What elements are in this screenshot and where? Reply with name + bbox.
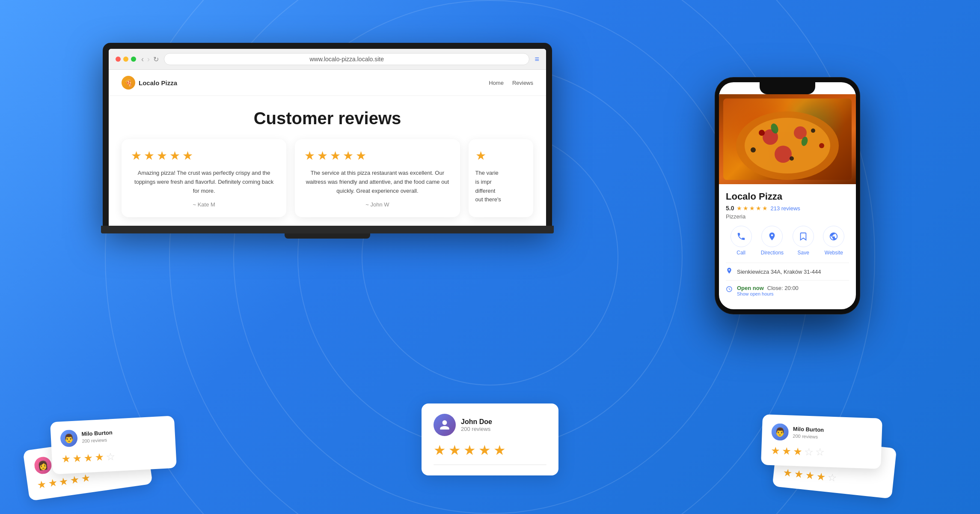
js-5: ★ bbox=[80, 472, 92, 485]
phone-action-directions[interactable]: Directions bbox=[761, 226, 784, 256]
rs1-4: ★ bbox=[816, 470, 826, 483]
pizza-svg bbox=[719, 94, 856, 184]
star-2-4: ★ bbox=[343, 149, 353, 163]
milo-stars: ★ ★ ★ ★ ☆ bbox=[61, 448, 167, 466]
phone-business-name: Localo Pizza bbox=[726, 191, 849, 202]
phone-category: Pizzeria bbox=[726, 213, 849, 220]
review-text-2: The service at this pizza restaurant was… bbox=[304, 169, 450, 195]
ms-2: ★ bbox=[72, 452, 82, 465]
rs2-5-empty: ☆ bbox=[815, 446, 825, 459]
rs1-1: ★ bbox=[783, 467, 793, 480]
center-card-divider bbox=[434, 464, 546, 465]
review-text-1: Amazing pizza! The crust was perfectly c… bbox=[131, 169, 277, 195]
browser-bar: ‹ › ↻ www.localo-pizza.localo.site ≡ bbox=[109, 49, 546, 70]
john-stars: ★ ★ ★ ★ ★ bbox=[434, 442, 546, 458]
close-time: Close: 20:00 bbox=[767, 285, 799, 291]
forward-icon[interactable]: › bbox=[147, 55, 150, 64]
js-3: ★ bbox=[58, 475, 69, 488]
back-icon[interactable]: ‹ bbox=[141, 55, 144, 64]
center-user-info: John Doe 200 reviews bbox=[461, 418, 492, 432]
p-star-1: ★ bbox=[736, 205, 742, 212]
phone-actions: Call Directions Save bbox=[726, 226, 849, 256]
hamburger-icon[interactable]: ≡ bbox=[535, 55, 539, 63]
phone-review-count[interactable]: 213 reviews bbox=[770, 205, 800, 212]
star-1-1: ★ bbox=[131, 149, 142, 163]
scene: ‹ › ↻ www.localo-pizza.localo.site ≡ 🍕 bbox=[0, 0, 980, 514]
john-avatar-icon bbox=[438, 418, 451, 432]
phone-action-save[interactable]: Save bbox=[793, 226, 814, 256]
phone-address: Sienkiewicza 34A, Kraków 31-444 bbox=[737, 269, 821, 275]
page-title: Customer reviews bbox=[122, 109, 533, 128]
svg-point-11 bbox=[819, 143, 824, 148]
star-1-2: ★ bbox=[144, 149, 154, 163]
call-label: Call bbox=[736, 250, 745, 256]
refresh-icon[interactable]: ↻ bbox=[153, 55, 159, 63]
save-label: Save bbox=[798, 250, 809, 256]
review-author-1: ~ Kate M bbox=[131, 201, 277, 208]
ms-1: ★ bbox=[61, 453, 71, 465]
milo-row: 👨 Milo Burton 200 reviews bbox=[60, 425, 166, 448]
browser-address-bar[interactable]: www.localo-pizza.localo.site bbox=[164, 53, 529, 65]
pizza-icon: 🍕 bbox=[124, 79, 133, 87]
dot-close[interactable] bbox=[116, 57, 121, 62]
p-star-3: ★ bbox=[749, 205, 755, 212]
laptop-frame: ‹ › ↻ www.localo-pizza.localo.site ≡ 🍕 bbox=[103, 43, 552, 226]
star-1-3: ★ bbox=[157, 149, 167, 163]
logo-icon: 🍕 bbox=[122, 76, 135, 90]
star-1-5: ★ bbox=[182, 149, 193, 163]
rs1-5-empty: ☆ bbox=[827, 471, 837, 484]
laptop-stand bbox=[285, 233, 370, 239]
right-card-front: 👨 Milo Burton 200 reviews ★ ★ ★ ☆ ☆ bbox=[761, 414, 882, 469]
right-bottom-cards: 👩 Julia Novicky 200 reviews ★ ★ ★ ★ ☆ 👨 bbox=[757, 364, 894, 493]
avatar-milo: 👨 bbox=[60, 429, 78, 447]
cs-3: ★ bbox=[463, 442, 476, 458]
right-user-2-reviews: 200 reviews bbox=[793, 433, 824, 440]
site-logo: 🍕 Localo Pizza bbox=[122, 76, 177, 90]
phone-screen: Localo Pizza 5.0 ★ ★ ★ ★ ★ 213 reviews P… bbox=[719, 82, 856, 309]
directions-icon bbox=[761, 226, 783, 247]
nav-reviews[interactable]: Reviews bbox=[512, 80, 533, 86]
review-card-3-partial: ★ The varieis imprdifferentout there's bbox=[469, 139, 533, 217]
phone-hours-row: Open now Close: 20:00 Show open hours bbox=[726, 280, 849, 301]
female-avatar-icon: 👩 bbox=[33, 456, 53, 475]
site-nav: 🍕 Localo Pizza Home Reviews bbox=[109, 70, 546, 96]
stars-row-3: ★ bbox=[475, 149, 526, 163]
right-card-2-stars: ★ ★ ★ ☆ ☆ bbox=[771, 445, 872, 460]
right-card-2-user: 👨 Milo Burton 200 reviews bbox=[771, 423, 873, 444]
phone-frame: Localo Pizza 5.0 ★ ★ ★ ★ ★ 213 reviews P… bbox=[715, 77, 860, 314]
ms-3: ★ bbox=[83, 452, 93, 464]
cs-1: ★ bbox=[434, 442, 446, 458]
show-hours-link[interactable]: Show open hours bbox=[737, 291, 799, 296]
review-card-2: ★ ★ ★ ★ ★ The service at this pizza rest… bbox=[295, 139, 460, 217]
male-avatar-icon: 👨 bbox=[60, 429, 78, 447]
review-cards-container: ★ ★ ★ ★ ★ Amazing pizza! The crust was p… bbox=[122, 139, 533, 217]
star-2-3: ★ bbox=[330, 149, 341, 163]
call-icon bbox=[731, 226, 752, 247]
svg-point-10 bbox=[759, 130, 765, 136]
phone-action-website[interactable]: Website bbox=[823, 226, 844, 256]
stars-row-2: ★ ★ ★ ★ ★ bbox=[304, 149, 450, 163]
p-star-5: ★ bbox=[762, 205, 768, 212]
review-author-2: ~ John W bbox=[304, 201, 450, 208]
nav-home[interactable]: Home bbox=[489, 80, 504, 86]
svg-point-9 bbox=[790, 156, 794, 161]
laptop: ‹ › ↻ www.localo-pizza.localo.site ≡ 🍕 bbox=[103, 43, 552, 239]
dot-expand[interactable] bbox=[131, 57, 136, 62]
svg-point-8 bbox=[811, 128, 815, 133]
phone-action-call[interactable]: Call bbox=[731, 226, 752, 256]
site-main: Customer reviews ★ ★ ★ ★ ★ Amazing piz bbox=[109, 96, 546, 226]
star-3-1: ★ bbox=[475, 149, 486, 163]
js-2: ★ bbox=[47, 476, 58, 490]
cs-4: ★ bbox=[478, 442, 491, 458]
milo-reviews: 200 reviews bbox=[82, 436, 113, 444]
phone-rating-number: 5.0 bbox=[726, 205, 734, 212]
star-2-1: ★ bbox=[304, 149, 315, 163]
phone-address-row: Sienkiewicza 34A, Kraków 31-444 bbox=[726, 263, 849, 280]
john-reviews: 200 reviews bbox=[461, 426, 492, 432]
phone-content: Localo Pizza 5.0 ★ ★ ★ ★ ★ 213 reviews P… bbox=[719, 184, 856, 309]
dot-minimize[interactable] bbox=[123, 57, 128, 62]
rs1-3: ★ bbox=[805, 469, 815, 482]
star-2-2: ★ bbox=[317, 149, 328, 163]
rs2-4-empty: ☆ bbox=[804, 446, 814, 458]
milo-info: Milo Burton 200 reviews bbox=[81, 429, 113, 444]
